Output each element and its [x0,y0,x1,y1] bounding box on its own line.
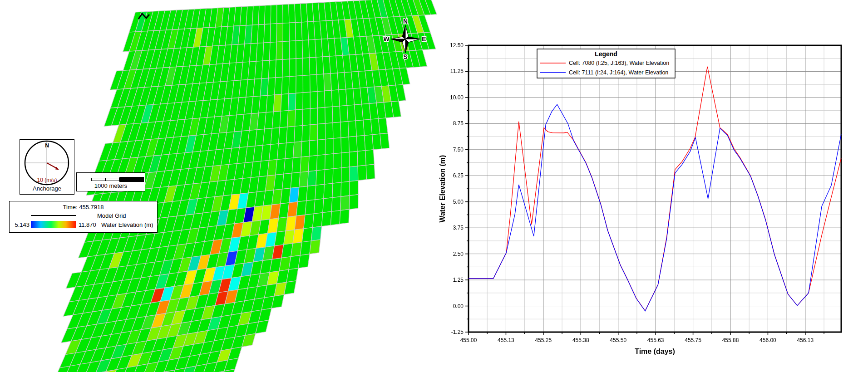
y-tick-label: -1.25 [451,329,464,335]
x-tick-label: 455.38 [572,337,589,343]
x-axis-title: Time (days) [635,348,675,355]
compass-south-label: S [403,53,407,60]
colorbar-parameter-label: Water Elevation (m) [101,221,153,228]
compass-north-label: N [403,18,408,25]
map-legend-box: Time: 455.7918 Model Grid 5.143 11.870 W… [9,201,158,233]
x-tick-label: 455.50 [610,337,626,343]
model-grid-label: Model Grid [97,212,126,219]
rose-north-label: N [20,142,74,149]
x-tick-label: 455.63 [647,337,664,343]
chart-legend-title: Legend [595,50,617,58]
chart-ticks [465,45,824,335]
scale-segment-2 [105,178,119,181]
colorbar-max-value: 11.870 [79,221,96,228]
chart-legend: LegendCell: 7080 (I:25, J:163), Water El… [537,49,675,78]
y-tick-label: 10.00 [450,94,464,101]
x-tick-label: 455.25 [535,337,552,343]
x-tick-label: 455.75 [685,337,701,343]
scale-bar-label: 1000 meters [77,182,145,189]
y-tick-label: 11.25 [450,68,464,74]
y-tick-label: 5.00 [453,199,464,205]
x-tick-label: 455.88 [722,337,739,343]
x-tick-label: 455.13 [498,337,514,343]
compass-star [391,25,420,53]
colorbar-gradient [31,221,76,228]
y-tick-label: 6.25 [453,172,464,179]
y-tick-label: 7.50 [453,147,464,153]
y-tick-label: 12.50 [450,42,464,49]
compass-rose-icon: N S W E [378,14,433,64]
y-tick-labels: 12.5011.2510.008.757.506.255.003.752.501… [450,42,464,335]
map-scale-bar-widget: 1000 meters [76,172,145,191]
x-tick-label: 456.13 [797,337,814,343]
y-tick-label: 2.50 [453,251,464,257]
y-tick-label: 1.25 [453,277,464,283]
x-tick-label: 455.00 [460,337,477,343]
compass-west-label: W [383,35,390,43]
anchorage-current-rose-widget[interactable]: N 10 (m/s) Anchorage [20,139,74,195]
legend-series-label-0: Cell: 7080 (I:25, J:163), Water Elevatio… [569,60,669,66]
y-tick-label: 0.00 [453,303,464,309]
y-axis-title: Water Elevation (m) [439,155,446,223]
model-grid-line-sample [31,215,76,216]
y-tick-label: 8.75 [453,120,464,127]
compass-east-label: E [422,35,426,43]
colorbar-min-value: 5.143 [10,221,30,228]
current-vector-arrow [47,163,56,168]
rose-speed-scale-label: 10 (m/s) [20,177,74,183]
y-tick-label: 3.75 [453,225,464,231]
scale-segment-1 [91,178,105,181]
legend-series-label-1: Cell: 7111 (I:24, J:164), Water Elevatio… [569,69,668,76]
station-name-label: Anchorage [20,185,74,192]
model-time-label: Time: 455.7918 [10,204,157,210]
x-tick-label: 456.00 [760,337,776,343]
chart-minor-gridlines [469,45,841,332]
scale-segment-3 [119,177,144,182]
efdc-model-viewer-window: N S W E N 10 (m/s) Anchorage 1000 meters [0,0,868,372]
x-tick-labels: 455.00455.13455.25455.38455.50455.63455.… [460,337,814,343]
water-elevation-timeseries-chart[interactable]: 455.00455.13455.25455.38455.50455.63455.… [431,0,868,372]
